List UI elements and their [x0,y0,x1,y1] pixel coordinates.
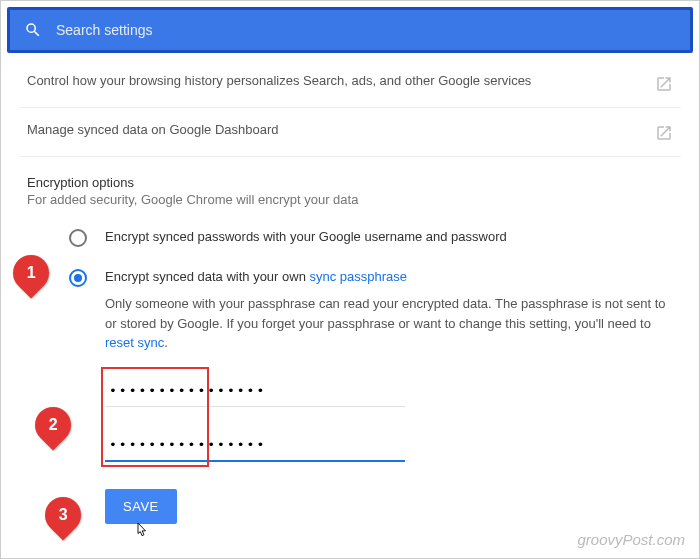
reset-sync-link[interactable]: reset sync [105,335,164,350]
row-text: Manage synced data on Google Dashboard [27,122,643,137]
external-link-icon [655,124,673,142]
radio-checked[interactable] [69,269,87,287]
sync-passphrase-link[interactable]: sync passphrase [310,269,408,284]
passphrase-confirm-input[interactable] [105,429,405,462]
external-link-icon [655,75,673,93]
encryption-option-google[interactable]: Encrypt synced passwords with your Googl… [19,217,681,257]
watermark: groovyPost.com [577,531,685,548]
radio-description: Only someone with your passphrase can re… [105,294,673,353]
search-icon [24,21,42,39]
encryption-option-passphrase[interactable]: Encrypt synced data with your own sync p… [19,257,681,357]
save-row: SAVE [105,486,681,528]
passphrase-input[interactable] [105,375,405,407]
search-bar[interactable] [7,7,693,53]
row-text: Control how your browsing history person… [27,73,643,88]
radio-label: Encrypt synced passwords with your Googl… [105,227,507,247]
search-input[interactable] [56,22,676,38]
row-activity-controls[interactable]: Control how your browsing history person… [19,59,681,108]
passphrase-fields [105,375,405,462]
radio-unchecked[interactable] [69,229,87,247]
radio-label: Encrypt synced data with your own sync p… [105,267,673,287]
save-button[interactable]: SAVE [105,489,177,524]
encryption-title: Encryption options [19,157,681,192]
encryption-subtitle: For added security, Google Chrome will e… [19,192,681,217]
row-manage-dashboard[interactable]: Manage synced data on Google Dashboard [19,108,681,157]
settings-content: Control how your browsing history person… [1,59,699,528]
